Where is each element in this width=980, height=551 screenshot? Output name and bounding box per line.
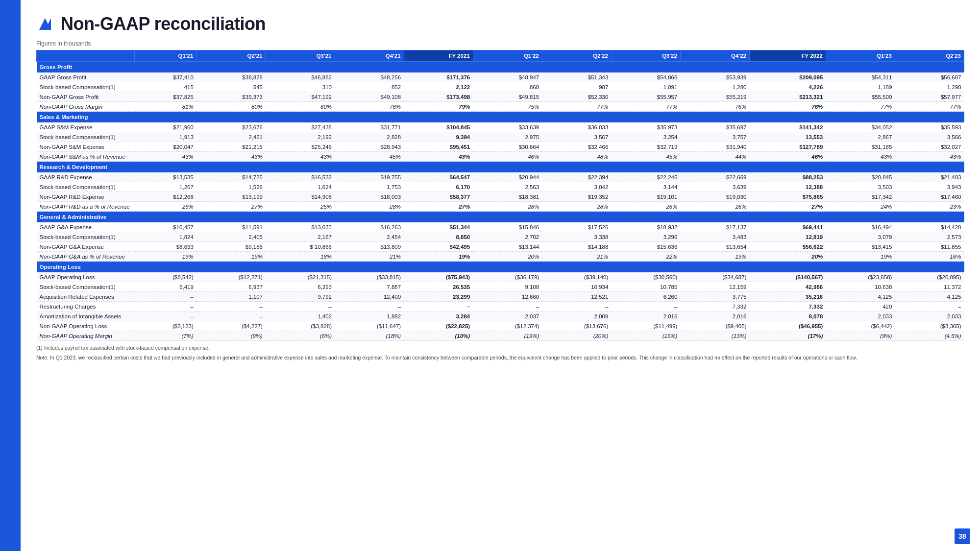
row-value: $14,908 xyxy=(266,192,335,202)
row-value: $31,771 xyxy=(335,122,404,132)
row-value: $17,526 xyxy=(542,222,611,232)
row-value: 545 xyxy=(196,82,266,92)
row-value: 10,785 xyxy=(611,282,680,292)
row-label: Non-GAAP R&D Expense xyxy=(37,192,135,202)
row-value: 6,260 xyxy=(611,292,680,302)
row-value: 21% xyxy=(542,252,611,262)
row-value: ($75,943) xyxy=(404,272,473,282)
col-header-Q122: Q1'22 xyxy=(473,50,542,62)
row-value: $51,344 xyxy=(404,222,473,232)
row-value: $13,415 xyxy=(826,242,895,252)
row-value: $15,846 xyxy=(473,222,542,232)
row-value: 12,819 xyxy=(749,232,826,242)
row-value: ($9,405) xyxy=(680,321,749,331)
row-label: GAAP G&A Expense xyxy=(37,222,135,232)
row-value: ($11,647) xyxy=(335,321,404,331)
row-value: ($20,895) xyxy=(895,272,964,282)
row-value: 2,867 xyxy=(826,132,895,142)
row-value: 3,079 xyxy=(826,232,895,242)
row-value: $20,047 xyxy=(135,142,196,152)
row-label: GAAP Gross Profit xyxy=(37,72,135,82)
row-label: Stock-based Compensation(1) xyxy=(37,82,135,92)
row-value: $32,466 xyxy=(542,142,611,152)
row-value: $13,199 xyxy=(196,192,266,202)
table-row: Non-GAAP R&D Expense$12,268$13,199$14,90… xyxy=(37,192,964,202)
row-value: $33,639 xyxy=(473,122,542,132)
section-title: Operating Loss xyxy=(37,262,964,273)
row-value: ($36,179) xyxy=(473,272,542,282)
row-value: (7%) xyxy=(135,331,196,341)
row-value: 12,388 xyxy=(749,182,826,192)
row-value: 1,280 xyxy=(680,82,749,92)
row-value: 3,483 xyxy=(680,232,749,242)
row-value: 77% xyxy=(611,102,680,112)
row-value: $17,342 xyxy=(826,192,895,202)
row-value: 852 xyxy=(335,82,404,92)
row-value: $127,789 xyxy=(749,142,826,152)
row-value: (9%) xyxy=(196,331,266,341)
row-value: $56,622 xyxy=(749,242,826,252)
section-header-row: Gross Profit xyxy=(37,62,964,73)
row-value: 23,299 xyxy=(404,292,473,302)
row-value: 1,267 xyxy=(135,182,196,192)
row-value: – xyxy=(135,292,196,302)
row-value: $48,256 xyxy=(335,72,404,82)
row-value: – xyxy=(473,302,542,311)
row-value: $17,460 xyxy=(895,192,964,202)
row-value: ($21,315) xyxy=(266,272,335,282)
table-row: Amortization of Intangible Assets––1,402… xyxy=(37,311,964,321)
row-value: (17%) xyxy=(749,331,826,341)
row-value: 1,753 xyxy=(335,182,404,192)
row-value: 2,461 xyxy=(196,132,266,142)
row-value: 76% xyxy=(335,102,404,112)
row-value: $13,654 xyxy=(680,242,749,252)
row-value: 8,078 xyxy=(749,311,826,321)
row-value: 3,757 xyxy=(680,132,749,142)
row-value: $55,957 xyxy=(611,92,680,102)
row-value: $27,438 xyxy=(266,122,335,132)
row-value: 27% xyxy=(749,202,826,212)
row-value: 79% xyxy=(404,102,473,112)
row-label: Non-GAAP S&M as % of Revenue xyxy=(37,152,135,162)
row-value: $21,960 xyxy=(135,122,196,132)
section-title: Gross Profit xyxy=(37,62,964,73)
row-value: 81% xyxy=(135,102,196,112)
col-header-Q121: Q1'21 xyxy=(135,50,196,62)
row-value: 12,521 xyxy=(542,292,611,302)
table-row: Non-GAAP G&A as % of Revenue19%19%18%21%… xyxy=(37,252,964,262)
row-value: 43% xyxy=(895,152,964,162)
row-value: $20,845 xyxy=(826,172,895,182)
row-value: (10%) xyxy=(404,331,473,341)
row-value: $16,532 xyxy=(266,172,335,182)
row-value: $35,697 xyxy=(680,122,749,132)
row-value: 3,639 xyxy=(680,182,749,192)
row-value: 20% xyxy=(473,252,542,262)
row-value: 420 xyxy=(826,302,895,311)
row-value: 12,400 xyxy=(335,292,404,302)
row-value: $21,403 xyxy=(895,172,964,182)
row-value: $32,027 xyxy=(895,142,964,152)
col-header-Q123: Q1'23 xyxy=(826,50,895,62)
col-header-FY-2021: FY 2021 xyxy=(404,50,473,62)
col-header-Q422: Q4'22 xyxy=(680,50,749,62)
row-value: 2,016 xyxy=(680,311,749,321)
table-row: Stock-based Compensation(1)1,8242,4052,1… xyxy=(37,232,964,242)
row-value: (19%) xyxy=(473,331,542,341)
row-value: (18%) xyxy=(335,331,404,341)
row-value: – xyxy=(542,302,611,311)
col-header-label xyxy=(37,50,135,62)
row-value: $54,866 xyxy=(611,72,680,82)
row-value: $16,263 xyxy=(335,222,404,232)
section-header-row: General & Administrative xyxy=(37,212,964,223)
row-value: ($12,374) xyxy=(473,321,542,331)
row-value: $35,973 xyxy=(611,122,680,132)
row-value: 3,503 xyxy=(826,182,895,192)
row-value: 3,567 xyxy=(542,132,611,142)
sidebar-accent xyxy=(0,0,21,551)
row-value: 77% xyxy=(895,102,964,112)
row-value: $28,943 xyxy=(335,142,404,152)
col-header-FY-2022: FY 2022 xyxy=(749,50,826,62)
row-value: $20,944 xyxy=(473,172,542,182)
row-value: ($30,560) xyxy=(611,272,680,282)
row-value: ($140,567) xyxy=(749,272,826,282)
